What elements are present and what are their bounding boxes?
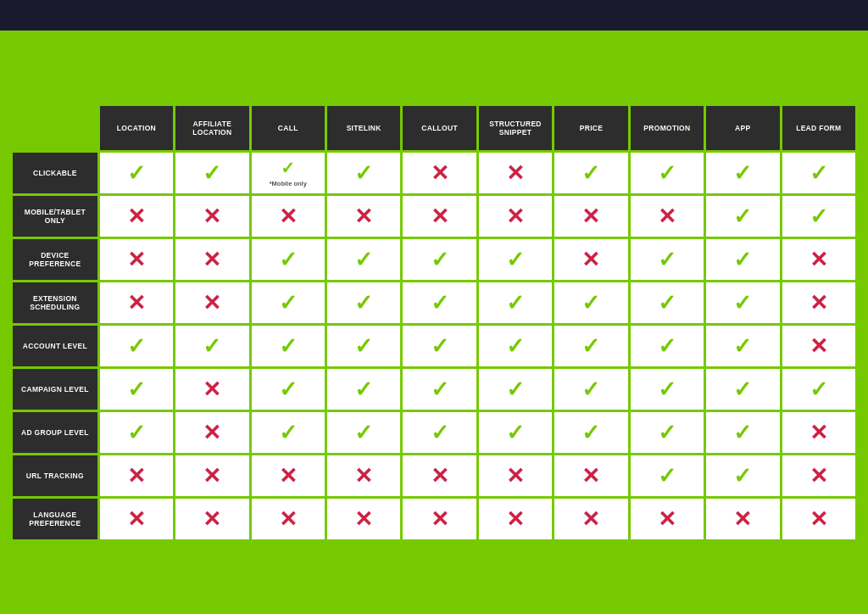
cell-8-1: ✕ [175, 499, 248, 539]
cell-5-8: ✓ [706, 369, 779, 410]
cell-8-3: ✕ [327, 499, 400, 539]
cell-0-2: ✓*Mobile only [252, 153, 325, 193]
cell-4-4: ✓ [403, 326, 476, 366]
cell-0-9: ✓ [782, 153, 855, 193]
cell-5-7: ✓ [631, 369, 704, 410]
cell-2-4: ✓ [403, 239, 476, 280]
cell-1-2: ✕ [252, 196, 325, 237]
cell-3-9: ✕ [782, 282, 855, 323]
col-header-1: AFFILIATE LOCATION [175, 106, 248, 150]
row-header-6: AD GROUP LEVEL [13, 412, 97, 453]
table-row: URL TRACKING✕✕✕✕✕✕✕✓✓✕ [13, 455, 855, 496]
row-header-8: LANGUAGE PREFERENCE [13, 499, 97, 539]
cell-0-7: ✓ [631, 153, 704, 193]
cell-2-3: ✓ [327, 239, 400, 280]
cell-2-6: ✕ [554, 239, 627, 280]
cell-4-9: ✕ [782, 326, 855, 366]
cell-8-6: ✕ [554, 499, 627, 539]
table-row: CLICKABLE✓✓✓*Mobile only✓✕✕✓✓✓✓ [13, 153, 855, 193]
cell-3-2: ✓ [252, 282, 325, 323]
cell-2-9: ✕ [782, 239, 855, 280]
cell-3-6: ✓ [554, 282, 627, 323]
cell-5-9: ✓ [782, 369, 855, 410]
cell-3-1: ✕ [175, 282, 248, 323]
cell-1-6: ✕ [554, 196, 627, 237]
row-header-2: DEVICE PREFERENCE [13, 239, 97, 280]
col-header-6: PRICE [554, 106, 627, 150]
cell-8-0: ✕ [100, 499, 173, 539]
col-header-0: LOCATION [100, 106, 173, 150]
row-header-4: ACCOUNT LEVEL [13, 326, 97, 366]
cell-2-5: ✓ [479, 239, 552, 280]
cell-2-8: ✓ [706, 239, 779, 280]
cell-5-0: ✓ [100, 369, 173, 410]
cell-5-1: ✕ [175, 369, 248, 410]
cell-8-2: ✕ [252, 499, 325, 539]
cell-7-3: ✕ [327, 455, 400, 496]
cell-4-7: ✓ [631, 326, 704, 366]
cell-0-5: ✕ [479, 153, 552, 193]
cell-7-5: ✕ [479, 455, 552, 496]
cell-3-4: ✓ [403, 282, 476, 323]
empty-header-cell [13, 106, 97, 150]
cell-7-8: ✓ [706, 455, 779, 496]
cell-7-4: ✕ [403, 455, 476, 496]
table-row: ACCOUNT LEVEL✓✓✓✓✓✓✓✓✓✕ [13, 326, 855, 366]
cell-8-8: ✕ [706, 499, 779, 539]
col-header-5: STRUCTURED SNIPPET [479, 106, 552, 150]
table-row: CAMPAIGN LEVEL✓✕✓✓✓✓✓✓✓✓ [13, 369, 855, 410]
cell-6-3: ✓ [327, 412, 400, 453]
comparison-table: LOCATIONAFFILIATE LOCATIONCALLSITELINKCA… [10, 103, 858, 542]
cell-6-9: ✕ [782, 412, 855, 453]
cell-2-0: ✕ [100, 239, 173, 280]
row-header-1: MOBILE/TABLET ONLY [13, 196, 97, 237]
row-header-0: CLICKABLE [13, 153, 97, 193]
cell-2-1: ✕ [175, 239, 248, 280]
cell-4-5: ✓ [479, 326, 552, 366]
row-header-5: CAMPAIGN LEVEL [13, 369, 97, 410]
cell-1-3: ✕ [327, 196, 400, 237]
cell-6-8: ✓ [706, 412, 779, 453]
table-row: DEVICE PREFERENCE✕✕✓✓✓✓✕✓✓✕ [13, 239, 855, 280]
col-header-3: SITELINK [327, 106, 400, 150]
title-bar [0, 0, 868, 31]
cell-5-4: ✓ [403, 369, 476, 410]
cell-2-7: ✓ [631, 239, 704, 280]
cell-4-1: ✓ [175, 326, 248, 366]
cell-5-3: ✓ [327, 369, 400, 410]
cell-1-9: ✓ [782, 196, 855, 237]
cell-6-4: ✓ [403, 412, 476, 453]
cell-3-7: ✓ [631, 282, 704, 323]
cell-0-4: ✕ [403, 153, 476, 193]
col-header-7: PROMOTION [631, 106, 704, 150]
col-header-4: CALLOUT [403, 106, 476, 150]
cell-2-2: ✓ [252, 239, 325, 280]
cell-3-3: ✓ [327, 282, 400, 323]
cell-6-6: ✓ [554, 412, 627, 453]
cell-3-5: ✓ [479, 282, 552, 323]
row-header-3: EXTENSION SCHEDULING [13, 282, 97, 323]
cell-8-4: ✕ [403, 499, 476, 539]
cell-6-0: ✓ [100, 412, 173, 453]
cell-0-1: ✓ [175, 153, 248, 193]
cell-6-5: ✓ [479, 412, 552, 453]
cell-7-1: ✕ [175, 455, 248, 496]
cell-8-9: ✕ [782, 499, 855, 539]
col-header-8: APP [706, 106, 779, 150]
cell-4-2: ✓ [252, 326, 325, 366]
cell-4-6: ✓ [554, 326, 627, 366]
cell-1-7: ✕ [631, 196, 704, 237]
cell-0-3: ✓ [327, 153, 400, 193]
cell-1-5: ✕ [479, 196, 552, 237]
cell-6-2: ✓ [252, 412, 325, 453]
cell-3-8: ✓ [706, 282, 779, 323]
cell-4-0: ✓ [100, 326, 173, 366]
cell-1-0: ✕ [100, 196, 173, 237]
cell-4-8: ✓ [706, 326, 779, 366]
table-row: MOBILE/TABLET ONLY✕✕✕✕✕✕✕✕✓✓ [13, 196, 855, 237]
cell-5-5: ✓ [479, 369, 552, 410]
row-header-7: URL TRACKING [13, 455, 97, 496]
cell-6-7: ✓ [631, 412, 704, 453]
cell-5-6: ✓ [554, 369, 627, 410]
cell-8-5: ✕ [479, 499, 552, 539]
